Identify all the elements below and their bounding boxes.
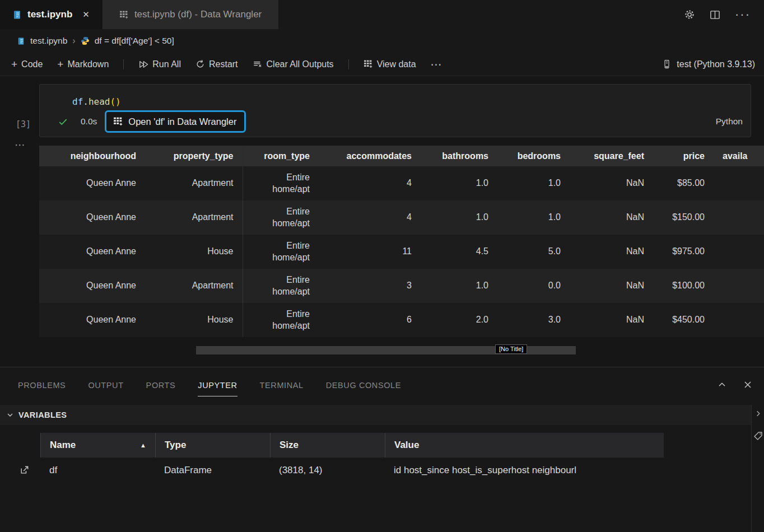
tab-notebook[interactable]: test.ipynb ✕ [0, 0, 102, 29]
tab-output[interactable]: OUTPUT [88, 381, 123, 396]
scrollbar-tooltip: [No Title] [495, 344, 527, 354]
view-data-label: View data [377, 59, 416, 69]
column-header[interactable]: bedrooms [497, 146, 570, 166]
dataframe-output: neighbourhood property_type room_type ac… [39, 146, 764, 337]
column-header[interactable]: room_type [243, 146, 319, 166]
cell-price: $100.00 [653, 269, 714, 303]
data-wrangler-icon [113, 116, 123, 127]
run-all-button[interactable]: Run All [138, 59, 181, 69]
add-code-button[interactable]: + Code [11, 58, 43, 71]
panel-tab-bar: PROBLEMS OUTPUT PORTS JUPYTER TERMINAL D… [18, 381, 401, 396]
cell-accommodates: 11 [319, 235, 421, 269]
table-header-row: neighbourhood property_type room_type ac… [39, 146, 764, 166]
add-code-label: Code [21, 59, 43, 69]
variable-name: df [40, 465, 155, 476]
success-check-icon [58, 116, 68, 127]
tab-problems[interactable]: PROBLEMS [18, 381, 66, 396]
open-in-data-wrangler-button[interactable]: Open 'df' in Data Wrangler [105, 110, 246, 133]
column-header[interactable]: square_feet [570, 146, 653, 166]
column-header[interactable]: availa [714, 146, 764, 166]
cell-bathrooms: 1.0 [421, 166, 497, 200]
column-header[interactable]: neighbourhood [39, 146, 145, 166]
execution-duration: 0.0s [81, 116, 97, 127]
tab-jupyter[interactable]: JUPYTER [198, 381, 237, 396]
cell-neighbourhood: Queen Anne [39, 166, 145, 200]
editor-actions: ··· [684, 0, 764, 29]
panel-right-strip [751, 405, 764, 532]
cell-square-feet: NaN [570, 269, 653, 303]
execution-count: [3] [16, 119, 31, 129]
sort-ascending-icon: ▲ [140, 442, 146, 449]
add-markdown-button[interactable]: + Markdown [57, 58, 109, 71]
clear-outputs-icon [253, 59, 263, 69]
cell-property-type: Apartment [145, 166, 243, 200]
value-column-header[interactable]: Value [385, 433, 664, 458]
code-cell[interactable]: df.head() 0.0s Open 'df' in Data Wrangle… [39, 84, 751, 137]
tab-terminal[interactable]: TERMINAL [260, 381, 304, 396]
cell-bedrooms: 1.0 [497, 166, 570, 200]
python-icon [81, 36, 90, 45]
icon-column-header [8, 433, 40, 458]
tab-ports[interactable]: PORTS [146, 381, 176, 396]
code-token-object: df [72, 96, 83, 107]
variable-row[interactable]: df DataFrame (3818, 14) id host_since ho… [8, 458, 664, 483]
variable-value: id host_since host_is_superhost neighbou… [385, 465, 664, 476]
name-column-header[interactable]: Name ▲ [40, 433, 155, 458]
restart-icon [195, 59, 205, 69]
clear-all-outputs-button[interactable]: Clear All Outputs [253, 59, 334, 69]
cell-neighbourhood: Queen Anne [39, 269, 145, 303]
dataframe-table[interactable]: neighbourhood property_type room_type ac… [39, 146, 764, 337]
kernel-label: test (Python 3.9.13) [677, 59, 755, 69]
breadcrumb-file[interactable]: test.ipynb [30, 36, 67, 46]
cell-bathrooms: 2.0 [421, 303, 497, 337]
bottom-panel: PROBLEMS OUTPUT PORTS JUPYTER TERMINAL D… [0, 367, 764, 532]
cell-bedrooms: 1.0 [497, 200, 570, 235]
kernel-picker[interactable]: test (Python 3.9.13) [662, 59, 755, 69]
restart-button[interactable]: Restart [195, 59, 238, 69]
column-header[interactable]: price [653, 146, 714, 166]
tab-debug-console[interactable]: DEBUG CONSOLE [326, 381, 401, 396]
tag-icon[interactable] [753, 431, 763, 441]
run-all-icon [138, 59, 148, 69]
column-header[interactable]: bathrooms [421, 146, 497, 166]
close-icon[interactable]: ✕ [82, 10, 90, 20]
type-column-header[interactable]: Type [155, 433, 270, 458]
chevron-right-icon[interactable] [754, 409, 762, 418]
cell-price: $85.00 [653, 166, 714, 200]
close-panel-icon[interactable] [743, 380, 753, 390]
cell-square-feet: NaN [570, 200, 653, 235]
cell-availability [714, 200, 764, 235]
chevron-down-icon [6, 410, 15, 419]
open-variable-icon[interactable] [8, 465, 40, 475]
chevron-right-icon: › [72, 36, 75, 46]
cell-accommodates: 6 [319, 303, 421, 337]
more-actions-icon[interactable]: ··· [735, 12, 751, 17]
cell-room-type: Entire home/apt [243, 166, 319, 200]
column-header[interactable]: accommodates [319, 146, 421, 166]
gear-icon[interactable] [684, 9, 695, 20]
code-editor-line[interactable]: df.head() [72, 96, 121, 107]
toolbar-more-icon[interactable]: ⋯ [431, 58, 443, 71]
view-data-button[interactable]: View data [364, 59, 416, 69]
variables-section-header[interactable]: VARIABLES [0, 405, 751, 425]
cell-square-feet: NaN [570, 166, 653, 200]
cell-availability [714, 269, 764, 303]
breadcrumb-cell[interactable]: df = df[df['Age'] < 50] [95, 36, 174, 46]
size-column-header[interactable]: Size [270, 433, 385, 458]
variable-size: (3818, 14) [270, 465, 385, 476]
tab-data-wrangler[interactable]: test.ipynb (df) - Data Wrangler [103, 0, 278, 29]
table-row: Queen Anne Apartment Entire home/apt 3 1… [39, 269, 764, 303]
vscode-window: test.ipynb ✕ test.ipynb (df) - Data Wran… [0, 0, 764, 532]
run-all-label: Run All [152, 59, 181, 69]
cell-room-type: Entire home/apt [243, 303, 319, 337]
column-header[interactable]: property_type [145, 146, 243, 166]
variables-grid: Name ▲ Type Size Value df DataFrame [8, 433, 664, 483]
output-more-icon[interactable]: ⋯ [15, 138, 26, 151]
cell-bathrooms: 4.5 [421, 235, 497, 269]
cell-language-picker[interactable]: Python [716, 116, 743, 127]
cell-accommodates: 4 [319, 166, 421, 200]
tab-label: test.ipynb [27, 9, 72, 20]
split-editor-icon[interactable] [710, 10, 720, 20]
chevron-up-icon[interactable] [717, 380, 727, 390]
cell-room-type: Entire home/apt [243, 200, 319, 235]
